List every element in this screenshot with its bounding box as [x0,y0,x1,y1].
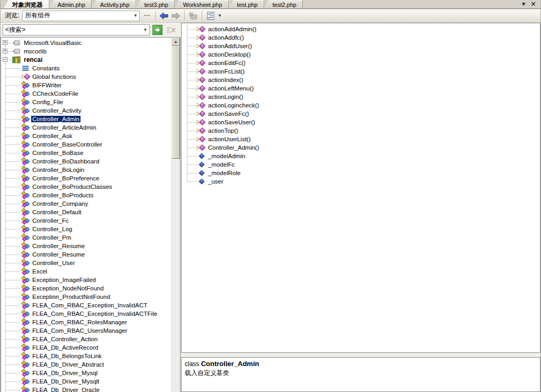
member-item-modeladmin[interactable]: _modelAdmin [182,152,540,160]
tree-item-mscorlib[interactable]: +mscorlib [1,47,171,56]
tree-item-global-functions[interactable]: Global functions [1,72,171,81]
tab-list-dropdown-icon[interactable]: ▼ [521,1,526,8]
chevron-down-icon[interactable]: ▼ [141,25,149,35]
tab-worksheet-php[interactable]: Worksheet.php [175,0,229,8]
tree-item-constants[interactable]: Constants [1,64,171,72]
tab-label: Admin.php [58,2,86,8]
tree-item-flea-db-driver-mysqlt[interactable]: FLEA_Db_Driver_Mysqlt [1,377,171,386]
member-item-actionlogincheck[interactable]: actionLogincheck() [182,101,540,110]
tree-item-controller-ask[interactable]: Controller_Ask [1,132,171,140]
tree-item-controller-fc[interactable]: Controller_Fc [1,216,171,225]
tree-vertical-scrollbar[interactable]: ▲ [171,38,180,392]
tree-item-controller-boproductclasses[interactable]: Controller_BoProductClasses [1,183,171,191]
forward-arrow-icon[interactable] [170,11,182,21]
member-item-actionlogin[interactable]: actionLogin() [182,93,540,101]
tree-item-controller-resume[interactable]: Controller_Resume [1,250,171,259]
tree-item-controller-boproducts[interactable]: Controller_BoProducts [1,191,171,199]
tree-item-flea-db-activerecord[interactable]: FLEA_Db_ActiveRecord [1,343,171,352]
search-input[interactable]: <搜索> [3,25,141,34]
tree-item-controller-pm[interactable]: Controller_Pm [1,233,171,242]
tree-guide-line [5,238,21,238]
member-item-controller-admin[interactable]: Controller_Admin() [182,143,540,152]
member-item-actionaddadmin[interactable]: actionAddAdmin() [182,25,540,33]
expand-plus-icon[interactable]: + [3,49,7,53]
search-combobox[interactable]: <搜索> ▼ [3,24,150,35]
member-item-actionaddfc[interactable]: actionAddfc() [182,33,540,42]
tree-item-rencai[interactable]: −rencai [1,56,171,64]
close-icon[interactable]: ✕ [530,1,536,8]
tree-item-exception-nodenotfound[interactable]: Exception_NodeNotFound [1,284,171,293]
tree-item-flea-db-driver-oracle[interactable]: FLEA_Db_Driver_Oracle [1,386,171,392]
tree-item-label: Controller_Resume [31,243,86,249]
tree-item-flea-com-rbac-exception-invalidact[interactable]: FLEA_Com_RBAC_Exception_InvalidACT [1,301,171,309]
view-settings-dropdown-icon[interactable]: ▼ [218,13,222,18]
tree-item-flea-com-rbac-usersmanager[interactable]: FLEA_Com_RBAC_UsersManager [1,326,171,335]
tree-item-excel[interactable]: Excel [1,267,171,276]
tree-item-ccheckcodefile[interactable]: CCheckCodeFile [1,89,171,98]
edit-custom-component-set-button[interactable]: ... [142,11,152,21]
member-item-actionindex[interactable]: actionIndex() [182,76,540,84]
tree-item-flea-db-driver-mysql[interactable]: FLEA_Db_Driver_Mysql [1,369,171,377]
tree-item-biffwriter[interactable]: BIFFWriter [1,81,171,89]
tab-test2-php[interactable]: test2.php [264,0,303,8]
tree-item-flea-controller-action[interactable]: FLEA_Controller_Action [1,335,171,343]
tree-item-flea-db-belongstolink[interactable]: FLEA_Db_BelongsToLink [1,352,171,360]
tree-item-controller-bologin[interactable]: Controller_BoLogin [1,166,171,174]
tree-item-exception-productnotfound[interactable]: Exception_ProductNotFound [1,293,171,301]
tree-item-controller-bobase[interactable]: Controller_BoBase [1,149,171,157]
class-icon-holder [21,123,30,132]
tree-item-flea-db-driver-abstract[interactable]: FLEA_Db_Driver_Abstract [1,360,171,369]
member-item-actionadduser[interactable]: actionAddUser() [182,42,540,50]
search-go-button[interactable] [152,25,163,35]
class-icon [21,386,30,392]
tree-item-controller-bopreference[interactable]: Controller_BoPreference [1,174,171,183]
tree-item-exception-imagefailed[interactable]: Exception_ImageFailed [1,276,171,284]
member-item-actionsaveuser[interactable]: actionSaveUser() [182,118,540,126]
browse-scope-combobox[interactable]: 所有组件 ▼ [22,11,140,21]
clear-search-icon[interactable] [166,25,177,35]
scrollbar-thumb[interactable] [172,46,180,159]
tab-test-php[interactable]: test.php [229,0,264,8]
tree-guide-line [187,105,197,106]
search-row: <搜索> ▼ [1,23,181,37]
tree-item-config-file[interactable]: Config_File [1,98,171,106]
tree-item-flea-com-rbac-rolesmanager[interactable]: FLEA_Com_RBAC_RolesManager [1,318,171,326]
tree-item-controller-default[interactable]: Controller_Default [1,208,171,216]
member-item-modelfc[interactable]: _modelFc [182,160,540,169]
toolbar-separator [184,11,185,21]
member-item-actionsavefc[interactable]: actionSaveFc() [182,110,540,118]
member-item-actioneditfc[interactable]: actionEditFc() [182,59,540,67]
chevron-down-icon[interactable]: ▼ [131,11,139,21]
tree-item-controller-admin[interactable]: Controller_Admin [1,115,171,123]
back-arrow-icon[interactable] [158,11,170,21]
tab-test3-php[interactable]: test3.php [136,0,175,8]
member-item-label: actionIndex() [208,77,243,83]
member-item-user[interactable]: _user [182,177,540,186]
tree-item-flea-com-rbac-exception-invalidactfile[interactable]: FLEA_Com_RBAC_Exception_InvalidACTFile [1,309,171,318]
member-item-actionleftmenu[interactable]: actionLeftMenu() [182,84,540,93]
tree-item-controller-articleadmin[interactable]: Controller_ArticleAdmin [1,123,171,132]
tree-item-controller-activity[interactable]: Controller_Activity [1,106,171,115]
member-item-modelrole[interactable]: _modelRole [182,169,540,177]
view-settings-icon[interactable] [205,11,217,21]
tab-activity-php[interactable]: Activity.php [92,0,136,8]
tree-item-controller-log[interactable]: Controller_Log [1,225,171,233]
browse-label: 浏览: [5,11,19,20]
tab-[interactable]: 对象浏览器 [4,0,49,8]
tree-item-controller-bodashboard[interactable]: Controller_BoDashboard [1,157,171,166]
tab-admin-php[interactable]: Admin.php [49,0,92,8]
expand-plus-icon[interactable]: + [3,40,7,45]
add-component-icon[interactable] [187,11,199,21]
class-icon [21,106,30,115]
scroll-up-icon[interactable]: ▲ [172,38,180,46]
tree-item-microsoft-visualbasic[interactable]: +Microsoft.VisualBasic [1,39,171,47]
collapse-minus-icon[interactable]: − [3,57,7,62]
member-item-actiontop[interactable]: actionTop() [182,126,540,135]
member-item-actiondesktop[interactable]: actionDesktop() [182,50,540,59]
tree-item-controller-resume[interactable]: Controller_Resume [1,242,171,250]
member-item-actionfclist[interactable]: actionFcList() [182,67,540,76]
member-item-actionuserlist[interactable]: actionUserList() [182,135,540,143]
tree-item-controller-basecontroller[interactable]: Controller_BaseController [1,140,171,149]
tree-item-controller-user[interactable]: Controller_User [1,259,171,267]
tree-item-controller-company[interactable]: Controller_Company [1,199,171,208]
